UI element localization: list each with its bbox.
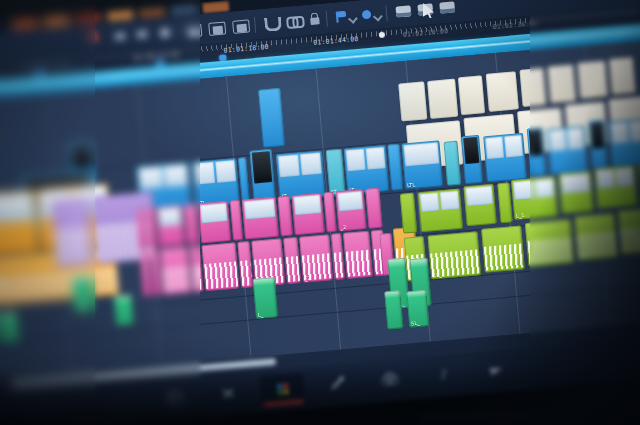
timeline-clip[interactable] [418,189,463,233]
timeline-clip[interactable] [463,184,496,226]
timeline-clip[interactable]: LT_ [326,149,346,196]
timeline-clip[interactable] [427,79,458,119]
timeline-clip[interactable]: LT_ [344,145,390,194]
timeline-clip[interactable] [483,133,527,182]
timeline-clip[interactable] [387,144,403,191]
clip-thumbnail [366,147,386,169]
clip-label: _2 [340,224,346,230]
timeline-clip[interactable] [400,193,417,234]
timeline-clip[interactable]: LTL [401,140,443,189]
timeline-clip[interactable] [202,242,240,291]
timeline-clip[interactable] [481,225,525,272]
clip-thumbnail [338,191,363,211]
timeline-clip[interactable]: _2 [299,234,333,282]
timeline-clip[interactable] [198,201,231,243]
clip-thumbnail-dark [252,151,273,183]
clip-label: L_ [258,311,264,317]
clip-label: _2 [305,275,311,281]
linked-selection-icon[interactable] [286,16,302,27]
ruler-timecode: 01:01:18:00 [223,43,269,55]
ruler-dot [379,32,386,39]
toolbar-separator [254,17,256,33]
clip-thumbnail [346,149,366,171]
photo-of-laptop-screen: 01:00:26:0001:00:52:0001:01:18:0001:01:4… [0,0,640,425]
clip-label: 1L_2 [433,271,445,278]
timeline-view-option-icon[interactable] [395,5,411,17]
marker-dropdown-icon[interactable] [373,12,382,21]
photo-blur-bottom [0,355,640,425]
flag-dropdown-icon[interactable] [348,14,357,23]
timeline-clip[interactable] [292,193,325,235]
timeline-clip[interactable] [384,290,403,329]
clip-thumbnail [215,160,236,182]
timeline-clip[interactable] [398,81,427,121]
timeline-clip[interactable]: _2 [335,189,366,231]
clip-label: L_1 [516,212,525,219]
clip-thumbnail [504,135,523,157]
marker-icon[interactable] [362,10,372,20]
flag-icon[interactable] [336,11,347,23]
replace-clip-icon[interactable] [232,19,250,33]
clip-thumbnail [485,137,504,159]
clip-thumbnail [466,186,493,206]
clip-thumbnail [244,199,275,220]
clip-label: 5L_ [411,320,420,327]
clip-thumbnail [420,193,440,213]
position-lock-icon[interactable] [310,17,320,25]
timeline-clip[interactable]: 1L_2 [428,231,482,279]
timeline-clip[interactable]: L_ [253,277,278,319]
clip-thumbnail [404,142,440,166]
timeline-clip[interactable] [497,182,512,223]
clip-thumbnail [200,203,227,223]
clip-thumbnail [278,155,300,177]
timeline-clip[interactable]: 5L_ [406,290,429,328]
ruler-timecode: 01:01:44:00 [313,35,359,47]
timeline-clip[interactable] [343,231,373,279]
snapping-icon[interactable] [264,17,282,32]
toolbar-separator [385,5,387,21]
clip-label: LTL [407,182,415,189]
clip-thumbnail [440,191,460,211]
clip-thumbnail [294,195,321,215]
timeline-clip[interactable] [486,71,519,111]
clip-thumbnail-dark [463,137,479,165]
overwrite-clip-icon[interactable] [208,21,226,35]
clip-thumbnail [300,153,322,175]
timeline-clip[interactable] [258,88,285,148]
timeline-clip[interactable] [238,157,250,204]
ruler-timecode: 01:02:10:00 [403,27,449,39]
timeline-view-option-icon[interactable] [439,1,455,13]
toolbar-separator [326,11,328,27]
timeline-clip[interactable] [458,75,485,115]
timeline-clip[interactable] [242,197,279,240]
